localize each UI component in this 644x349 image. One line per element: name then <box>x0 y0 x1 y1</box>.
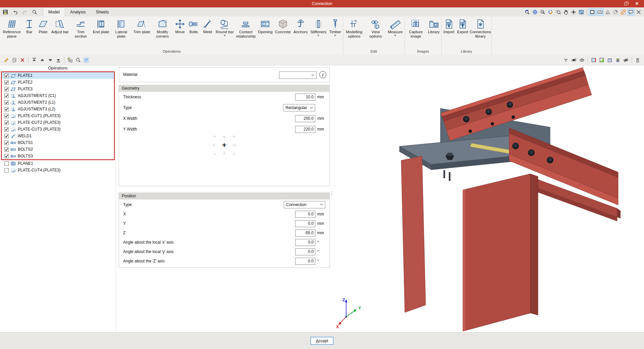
angle-about-the-z-axis-input[interactable] <box>295 258 315 265</box>
view-zoom-2x-button[interactable]: ×2 <box>539 8 546 16</box>
material-dropdown[interactable] <box>279 71 317 79</box>
search-button[interactable] <box>31 8 38 16</box>
tab-analysis[interactable]: Analysis <box>65 7 91 16</box>
vp-view-direction-button[interactable] <box>570 56 578 64</box>
vp-hide-toggle-button[interactable] <box>622 56 630 64</box>
view-pan-button[interactable] <box>562 8 570 16</box>
unchecked-checkbox[interactable] <box>4 168 9 172</box>
ribbon-button-trim-plate[interactable]: Trim plate <box>132 17 152 35</box>
ribbon-button-modelling-options[interactable]: Modelling options <box>343 17 365 39</box>
ribbon-button-connections-library[interactable]: Connections library <box>470 17 491 39</box>
ops-move-bottom-button[interactable] <box>55 56 62 64</box>
ops-refresh-button[interactable] <box>83 56 90 64</box>
undo-button[interactable] <box>11 8 19 16</box>
tree-item[interactable]: PLATE2 <box>2 79 114 86</box>
vp-orbit-pin-button[interactable] <box>578 56 586 64</box>
angle-about-the-local-x-axis-input[interactable] <box>295 239 315 246</box>
ops-move-down-button[interactable] <box>47 56 54 64</box>
ribbon-button-anchors[interactable]: Anchors <box>292 17 309 35</box>
save-button[interactable] <box>2 8 9 16</box>
ribbon-button-capture-image[interactable]: Capture image <box>405 17 427 39</box>
view-orbit-button[interactable] <box>570 8 577 16</box>
ops-edit-button[interactable] <box>3 56 10 64</box>
view-protractor-button[interactable] <box>612 8 619 16</box>
view-redraw-button[interactable] <box>547 8 554 16</box>
ops-delete-button[interactable] <box>19 56 26 64</box>
view-zoom-extents-button[interactable] <box>531 8 539 16</box>
checked-checkbox[interactable] <box>4 127 9 132</box>
ops-move-up-button[interactable] <box>39 56 46 64</box>
tab-model[interactable]: Model <box>43 7 65 16</box>
tab-sheets[interactable]: Sheets <box>91 7 114 16</box>
x-input[interactable] <box>295 211 315 218</box>
ribbon-button-round-bar[interactable]: Round bar <box>214 17 235 37</box>
view-comments-button[interactable] <box>627 8 635 16</box>
tree-item[interactable]: BOLTS1 <box>2 139 114 146</box>
ribbon-button-plate[interactable]: Plate <box>36 17 50 35</box>
anchor-cell[interactable]: ⊤ <box>222 136 226 140</box>
ops-move-top-button[interactable] <box>31 56 38 64</box>
view-selection-filter-button[interactable] <box>620 8 627 16</box>
type-dropdown[interactable]: Rectangular <box>283 104 315 111</box>
y-width-input[interactable] <box>295 126 315 133</box>
view-switch-view-button[interactable] <box>578 8 585 16</box>
view-solid-view-button[interactable] <box>589 8 596 16</box>
ops-search-button[interactable] <box>74 56 82 64</box>
checked-checkbox[interactable] <box>4 80 9 85</box>
tree-item[interactable]: ADJUSTMENT1 (C1) <box>2 92 114 99</box>
anchor-cell[interactable]: ⌝ <box>232 136 234 140</box>
ribbon-button-contact[interactable]: Contact relationship <box>235 17 257 39</box>
vp-3d-settings-button[interactable]: 3D <box>634 56 641 64</box>
tree-item[interactable]: PLATE1 <box>2 72 114 79</box>
checked-checkbox[interactable] <box>4 94 9 98</box>
checked-checkbox[interactable] <box>4 147 9 152</box>
anchor-cell[interactable]: ⌜ <box>214 136 216 140</box>
vp-layers-toggle-button[interactable] <box>614 56 622 64</box>
checked-checkbox[interactable] <box>4 100 9 105</box>
tree-item[interactable]: BOLTS2 <box>2 146 114 153</box>
tree-item[interactable]: PLATE3 <box>2 86 114 92</box>
tree-item[interactable]: PLATE-CUT1 (PLATE3) <box>2 112 114 119</box>
type-dropdown[interactable]: Connection <box>284 201 325 208</box>
checked-checkbox[interactable] <box>4 114 9 118</box>
tree-item[interactable]: ADJUSTMENT2 (L1) <box>2 99 114 106</box>
tree-item[interactable]: WELD1 <box>2 133 114 139</box>
ribbon-button-lateral-plate[interactable]: Lateral plate <box>110 17 132 39</box>
anchor-cell[interactable]: ⊢ <box>213 143 217 147</box>
ribbon-button-modify-corners[interactable]: Modify corners <box>152 17 173 39</box>
checked-checkbox[interactable] <box>4 120 9 125</box>
x-width-input[interactable] <box>295 115 315 122</box>
redo-button[interactable] <box>21 8 29 16</box>
ribbon-button-reference-plane[interactable]: Reference plane <box>1 17 22 39</box>
anchor-cell[interactable]: ⊣ <box>232 143 235 147</box>
ribbon-button-bolts[interactable]: Bolts <box>187 17 201 35</box>
ribbon-button-stiffeners[interactable]: Stiffeners <box>309 17 328 37</box>
ribbon-button-timber[interactable]: Timber <box>328 17 342 37</box>
ribbon-button-image-library[interactable]: Library <box>427 17 441 35</box>
view-zoom-rotate-button[interactable] <box>524 8 531 16</box>
checked-checkbox[interactable] <box>4 154 9 158</box>
ops-copy-button[interactable] <box>11 56 18 64</box>
view-angle-measure-button[interactable] <box>604 8 611 16</box>
ribbon-button-concrete[interactable]: Concrete <box>274 17 292 35</box>
tree-item[interactable]: BOLTS3 <box>2 153 114 159</box>
y-input[interactable] <box>295 220 315 227</box>
tree-item[interactable]: PLANE1 <box>0 160 116 167</box>
angle-about-the-local-y-axis-input[interactable] <box>295 248 315 255</box>
z-input[interactable] <box>295 230 315 237</box>
ribbon-button-bar[interactable]: Bar <box>22 17 36 35</box>
ribbon-button-view-options[interactable]: View options <box>365 17 386 39</box>
anchor-cell[interactable]: ⊥ <box>222 150 226 155</box>
close-window-icon[interactable]: × <box>631 0 643 7</box>
unchecked-checkbox[interactable] <box>4 161 9 166</box>
ribbon-button-weld[interactable]: Weld <box>201 17 214 35</box>
ribbon-button-adjust-bar[interactable]: Adjust bar <box>50 17 70 35</box>
ribbon-button-import[interactable]: Import <box>442 17 456 35</box>
anchor-cell[interactable]: ⌟ <box>232 150 234 155</box>
checked-checkbox[interactable] <box>4 141 9 145</box>
ribbon-button-trim-section[interactable]: Trim section <box>70 17 92 39</box>
anchor-cell[interactable]: ⌞ <box>214 150 216 155</box>
vp-plate-edge-toggle-button[interactable] <box>590 56 597 64</box>
tree-item[interactable]: ADJUSTMENT3 (L2) <box>2 106 114 112</box>
vp-plate-fill-toggle-button[interactable] <box>598 56 605 64</box>
